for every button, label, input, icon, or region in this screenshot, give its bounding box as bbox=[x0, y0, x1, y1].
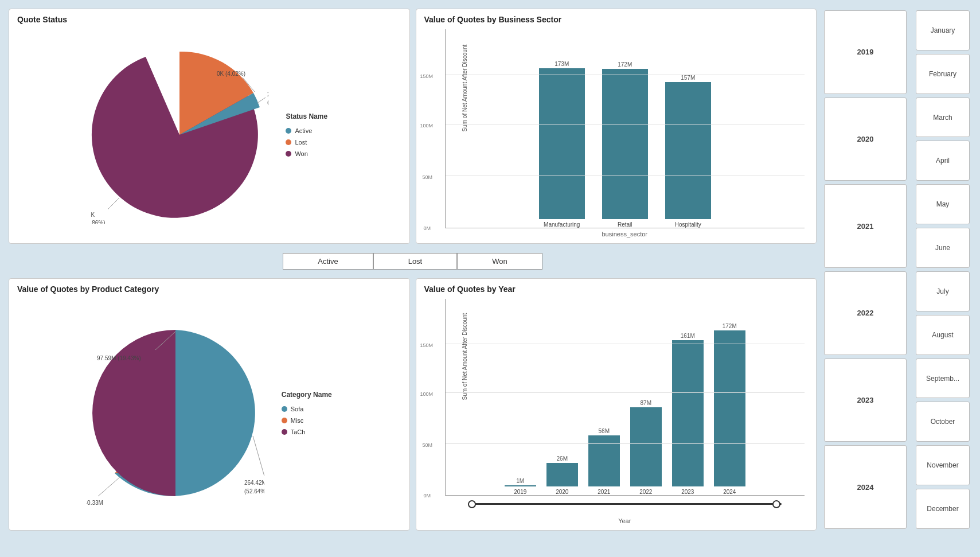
year-gridline-50m bbox=[446, 443, 805, 444]
bar-retail-toplabel: 172M bbox=[618, 61, 632, 68]
year-item-2023[interactable]: 2023 bbox=[824, 359, 907, 442]
gridline-100m bbox=[446, 124, 805, 124]
year-bar-2021-bottomlabel: 2021 bbox=[598, 489, 610, 495]
year-item-2021[interactable]: 2021 bbox=[824, 184, 907, 268]
quote-status-pie-container: 0K (4.02%) 2K (15.12%) 8K (80.86%) Statu… bbox=[9, 26, 409, 243]
sofa-dot bbox=[282, 406, 287, 412]
legend-item-lost: Lost bbox=[286, 139, 327, 146]
bar-manufacturing-toplabel: 173M bbox=[555, 61, 569, 67]
legend-title: Status Name bbox=[286, 112, 327, 120]
bar-manufacturing-bottomlabel: Manufacturing bbox=[544, 221, 580, 228]
product-category-title: Value of Quotes by Product Category bbox=[9, 279, 409, 296]
year-item-2020[interactable]: 2020 bbox=[824, 98, 907, 181]
month-selector: January February March April May June Ju… bbox=[911, 6, 974, 533]
product-category-legend: Category Name Sofa Misc TaCh bbox=[276, 391, 332, 435]
year-bar-2022: 87M 2022 bbox=[630, 400, 662, 495]
month-item-nov[interactable]: November bbox=[916, 445, 970, 485]
quote-status-card: Quote Status 0K (4.02%) 2K (15.12%) 8K (… bbox=[9, 9, 410, 244]
year-ytick-100m: 100M bbox=[420, 391, 434, 397]
year-selector: 2019 2020 2021 2022 2023 2024 bbox=[819, 6, 911, 533]
active-dot bbox=[286, 128, 291, 134]
year-bar-chart-area: Sum of Net Amount After Discount 0M 50M … bbox=[416, 296, 817, 530]
year-bar-2024-bottomlabel: 2024 bbox=[723, 489, 736, 495]
year-slider-right-thumb[interactable] bbox=[772, 500, 780, 508]
bar-manufacturing-rect bbox=[539, 68, 585, 219]
year-bar-2019-bottomlabel: 2019 bbox=[514, 489, 526, 495]
legend-item-misc: Misc bbox=[282, 417, 332, 424]
svg-text:(15.12%): (15.12%) bbox=[267, 99, 268, 106]
filter-lost[interactable]: Lost bbox=[373, 253, 458, 270]
month-item-dec[interactable]: December bbox=[916, 489, 970, 529]
month-item-apr[interactable]: April bbox=[916, 141, 970, 181]
bar-retail-rect bbox=[602, 69, 648, 219]
year-card: Value of Quotes by Year Sum of Net Amoun… bbox=[416, 278, 817, 531]
svg-text:(52.64%): (52.64%) bbox=[244, 488, 264, 494]
year-item-2019[interactable]: 2019 bbox=[824, 10, 907, 94]
month-item-jun[interactable]: June bbox=[916, 228, 970, 268]
bar-retail: 172M Retail bbox=[602, 61, 648, 228]
business-sector-title: Value of Quotes by Business Sector bbox=[416, 9, 817, 26]
year-bar-2023: 161M 2023 bbox=[672, 333, 704, 495]
misc-dot bbox=[282, 418, 287, 423]
product-category-pie: 97.59M (19.43%) 264.42M (52.64%) 140.33M… bbox=[87, 321, 264, 505]
ytick-0m: 0M bbox=[424, 225, 431, 231]
year-bar-2023-rect bbox=[672, 340, 704, 486]
month-item-oct[interactable]: October bbox=[916, 402, 970, 442]
business-sector-x-axis: business_sector bbox=[445, 231, 805, 237]
sofa-label: Sofa bbox=[291, 406, 304, 412]
business-sector-card: Value of Quotes by Business Sector Sum o… bbox=[416, 9, 817, 244]
month-item-feb[interactable]: February bbox=[916, 54, 970, 94]
lost-dot bbox=[286, 139, 291, 145]
year-bar-2019: 1M 2019 bbox=[505, 478, 536, 495]
active-label: Active bbox=[295, 127, 312, 134]
year-item-2022[interactable]: 2022 bbox=[824, 271, 907, 355]
won-dot bbox=[286, 151, 291, 157]
year-bar-2023-toplabel: 161M bbox=[681, 333, 695, 339]
month-item-sep[interactable]: Septemb... bbox=[916, 359, 970, 399]
month-item-jan[interactable]: January bbox=[916, 10, 970, 50]
svg-line-2 bbox=[257, 98, 266, 103]
product-category-pie-container: 97.59M (19.43%) 264.42M (52.64%) 140.33M… bbox=[9, 296, 409, 530]
year-bar-2019-toplabel: 1M bbox=[516, 478, 524, 484]
category-legend-title: Category Name bbox=[282, 391, 332, 399]
month-item-may[interactable]: May bbox=[916, 184, 970, 224]
year-bar-2021: 56M 2021 bbox=[588, 428, 620, 495]
quote-status-title: Quote Status bbox=[9, 9, 409, 26]
year-item-2024[interactable]: 2024 bbox=[824, 445, 907, 529]
year-x-axis: Year bbox=[445, 517, 805, 524]
year-bar-2022-bottomlabel: 2022 bbox=[639, 489, 652, 495]
legend-item-won: Won bbox=[286, 150, 327, 157]
business-sector-bars: Sum of Net Amount After Discount 0M 50M … bbox=[445, 29, 805, 228]
bar-hospitality-rect bbox=[665, 82, 711, 219]
svg-text:(80.86%): (80.86%) bbox=[91, 220, 106, 224]
quote-status-legend: Status Name Active Lost Won bbox=[280, 112, 327, 157]
product-category-card: Value of Quotes by Product Category 97.5… bbox=[9, 278, 410, 531]
svg-text:8K: 8K bbox=[91, 212, 95, 218]
bar-hospitality-toplabel: 157M bbox=[681, 75, 695, 81]
tach-label: TaCh bbox=[291, 429, 306, 435]
won-label: Won bbox=[295, 150, 307, 157]
year-slider-track bbox=[468, 503, 782, 505]
year-bar-2020-bottomlabel: 2020 bbox=[556, 489, 568, 495]
gridline-150m bbox=[446, 75, 805, 75]
month-item-aug[interactable]: August bbox=[916, 315, 970, 355]
year-bar-2022-rect bbox=[630, 407, 662, 486]
year-ytick-50m: 50M bbox=[423, 442, 433, 448]
tach-dot bbox=[282, 429, 287, 435]
bar-manufacturing: 173M Manufacturing bbox=[539, 61, 585, 228]
year-bar-2019-rect bbox=[505, 485, 536, 486]
filter-won[interactable]: Won bbox=[457, 253, 542, 270]
year-bar-2022-toplabel: 87M bbox=[641, 400, 651, 406]
filter-active[interactable]: Active bbox=[283, 253, 373, 270]
year-slider-left-thumb[interactable] bbox=[468, 500, 476, 508]
svg-text:97.59M (19.43%): 97.59M (19.43%) bbox=[97, 355, 141, 361]
month-item-mar[interactable]: March bbox=[916, 98, 970, 138]
year-bar-2024-rect bbox=[714, 330, 745, 486]
year-bar-chart-inner: Sum of Net Amount After Discount 0M 50M … bbox=[445, 299, 805, 496]
month-item-jul[interactable]: July bbox=[916, 271, 970, 311]
filter-row: Active Lost Won bbox=[6, 247, 819, 275]
year-y-axis: Sum of Net Amount After Discount bbox=[462, 313, 468, 400]
year-bar-2024-toplabel: 172M bbox=[723, 323, 737, 329]
legend-item-sofa: Sofa bbox=[282, 406, 332, 412]
ytick-50m: 50M bbox=[423, 174, 433, 180]
